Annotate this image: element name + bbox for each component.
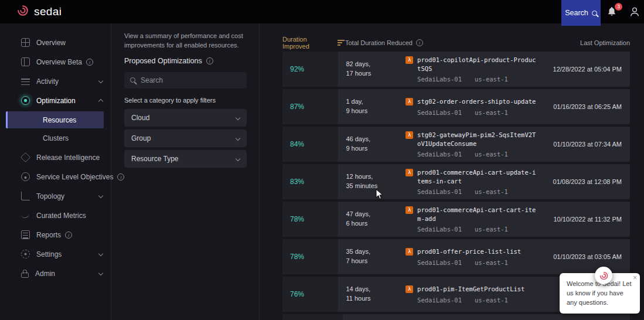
resource-name: stg02-order-orders-shipto-update xyxy=(417,97,538,106)
account-name: SedaiLabs-01 xyxy=(417,259,462,266)
info-icon[interactable]: i xyxy=(86,59,93,66)
resource-cell xyxy=(415,314,530,320)
region-name: us-east-1 xyxy=(475,109,508,116)
optimization-icon xyxy=(21,96,30,105)
account-name: SedaiLabs-01 xyxy=(417,151,462,158)
person-icon xyxy=(629,6,640,18)
sidebar-item-overview-beta[interactable]: Overview Beta i xyxy=(0,52,111,72)
chevron-down-icon xyxy=(236,136,240,141)
resource-name: stg02-gatewayPim-pim2-SqsItemV2ToV1Updat… xyxy=(417,131,538,148)
total-duration-cell: 35 days,7 hours xyxy=(338,239,406,274)
resource-name: prod01-copilotApi-product-ProductSQS xyxy=(417,56,538,73)
total-duration-cell: 82 days,17 hours xyxy=(338,52,406,87)
total-duration-cell: 14 days,11 hours xyxy=(338,277,406,312)
notifications-button[interactable]: 3 xyxy=(606,6,618,18)
region-name: us-east-1 xyxy=(475,259,508,266)
table-row-partial[interactable] xyxy=(282,314,630,320)
group-dropdown[interactable]: Group xyxy=(124,130,247,147)
sidebar-subitem-clusters[interactable]: Clusters xyxy=(6,130,104,147)
duration-improved-cell xyxy=(282,314,343,320)
aws-lambda-icon: λ xyxy=(406,206,413,214)
duration-improved-cell: 84% xyxy=(282,127,338,162)
sidebar-item-release-intelligence[interactable]: Release Intelligence xyxy=(0,148,111,167)
region-name: us-east-1 xyxy=(475,188,508,195)
info-icon[interactable]: i xyxy=(65,232,72,239)
sidebar-item-settings[interactable]: Settings xyxy=(0,244,111,264)
sidebar-item-topology[interactable]: Topology xyxy=(0,186,111,206)
aws-lambda-icon: λ xyxy=(406,285,413,293)
table-row[interactable]: 87% 1 day,9 hours λ stg02-order-orders-s… xyxy=(282,89,630,124)
aws-lambda-icon: λ xyxy=(406,98,413,105)
total-duration-cell: 1 day,9 hours xyxy=(338,89,406,124)
aws-lambda-icon: λ xyxy=(406,169,413,176)
info-icon[interactable]: i xyxy=(206,57,213,64)
last-optimization-cell: 01/10/2023 at 07:34 AM xyxy=(538,127,630,162)
resource-name: prod01-commerceApi-cart-update-items-in-… xyxy=(417,168,538,185)
last-optimization-cell: 01/08/2023 at 12:08 PM xyxy=(538,164,630,199)
total-duration-cell: 47 days,6 hours xyxy=(338,202,406,237)
chevron-up-icon xyxy=(98,99,103,104)
chevron-down-icon xyxy=(98,270,103,275)
aws-lambda-icon: λ xyxy=(406,131,413,139)
brand[interactable]: sedai xyxy=(0,4,62,19)
sidebar-item-activity[interactable]: Activity xyxy=(0,72,111,91)
table-row[interactable]: 78% 47 days,6 hours λ prod01-commerceApi… xyxy=(282,202,630,237)
info-icon[interactable]: i xyxy=(416,39,423,46)
resource-search-input[interactable] xyxy=(141,76,241,84)
header-last-optimization: Last Optimization xyxy=(580,39,630,46)
sedai-logo-icon xyxy=(599,271,609,281)
sidebar-item-service-level-objectives[interactable]: Service Level Objectives i xyxy=(0,167,111,186)
slo-icon xyxy=(21,172,30,181)
sidebar-subitem-resources[interactable]: Resources xyxy=(6,111,104,128)
aws-lambda-icon: λ xyxy=(406,56,413,64)
sidebar-item-admin[interactable]: Admin xyxy=(0,264,111,283)
chevron-down-icon xyxy=(98,193,103,198)
resource-name: prod01-offer-price-list-list xyxy=(417,247,538,256)
chevron-down-icon xyxy=(236,115,240,120)
resource-cell: λ prod01-copilotApi-product-ProductSQS S… xyxy=(406,52,538,87)
chat-message: Welcome to Sedai! Let us know if you hav… xyxy=(567,280,631,306)
close-icon[interactable]: × xyxy=(633,274,637,281)
global-search-button[interactable]: Search xyxy=(561,0,601,26)
sidebar-item-curated-metrics[interactable]: Curated Metrics xyxy=(0,206,111,225)
curated-metrics-icon xyxy=(21,211,30,220)
resource-search-box[interactable] xyxy=(124,72,247,88)
global-search-label: Search xyxy=(565,9,588,17)
resource-cell: λ prod01-commerceApi-cart-update-items-i… xyxy=(406,164,538,199)
filter-hint: Select a category to apply filters xyxy=(124,97,247,104)
overview-icon xyxy=(21,38,30,47)
header-duration-improved[interactable]: Duration Improved xyxy=(282,36,345,50)
sidebar-item-optimization[interactable]: Optimization xyxy=(0,91,111,110)
account-button[interactable] xyxy=(629,6,640,18)
activity-icon xyxy=(21,79,30,85)
last-optimization-cell: 01/10/2023 at 03:05 AM xyxy=(538,239,630,274)
info-icon[interactable]: i xyxy=(117,173,124,181)
pane-title: Proposed Optimizations xyxy=(124,57,202,65)
app-root: sedai Search 3 Overview Overview Beta i xyxy=(0,0,644,320)
resource-type-dropdown[interactable]: Resource Type xyxy=(124,150,247,168)
search-icon xyxy=(592,11,597,16)
table-header: Duration Improved Total Duration Reduced… xyxy=(282,38,630,48)
region-name: us-east-1 xyxy=(475,297,508,304)
table-row[interactable]: 92% 82 days,17 hours λ prod01-copilotApi… xyxy=(282,52,630,87)
region-name: us-east-1 xyxy=(475,226,508,233)
sidebar: Overview Overview Beta i Activity Optimi… xyxy=(0,23,111,320)
sidebar-item-reports[interactable]: Reports i xyxy=(0,225,111,244)
table-row[interactable]: 84% 46 days,9 hours λ stg02-gatewayPim-p… xyxy=(282,127,630,162)
last-optimization-cell: 10/10/2022 at 11:32 PM xyxy=(538,202,630,237)
table-row[interactable]: 78% 35 days,7 hours λ prod01-offer-price… xyxy=(282,239,630,274)
header-total-duration-reduced: Total Duration Reduced i xyxy=(345,39,580,46)
sidebar-item-overview[interactable]: Overview xyxy=(0,33,111,52)
total-duration-cell: 12 hours,35 minutes xyxy=(338,164,406,199)
overview-beta-icon xyxy=(21,57,30,66)
cloud-dropdown[interactable]: Cloud xyxy=(124,109,247,127)
reports-icon xyxy=(21,230,30,239)
chevron-down-icon xyxy=(98,78,103,83)
table-row[interactable]: 83% 12 hours,35 minutes λ prod01-commerc… xyxy=(282,164,630,199)
chat-widget-avatar[interactable] xyxy=(595,267,612,284)
resource-name: prod01-pim-ItemGetProductList xyxy=(417,285,538,294)
brand-name: sedai xyxy=(34,5,62,18)
filter-pane: View a summary of performance and cost i… xyxy=(112,23,260,320)
duration-improved-cell: 92% xyxy=(282,52,338,87)
chevron-down-icon xyxy=(98,251,103,256)
